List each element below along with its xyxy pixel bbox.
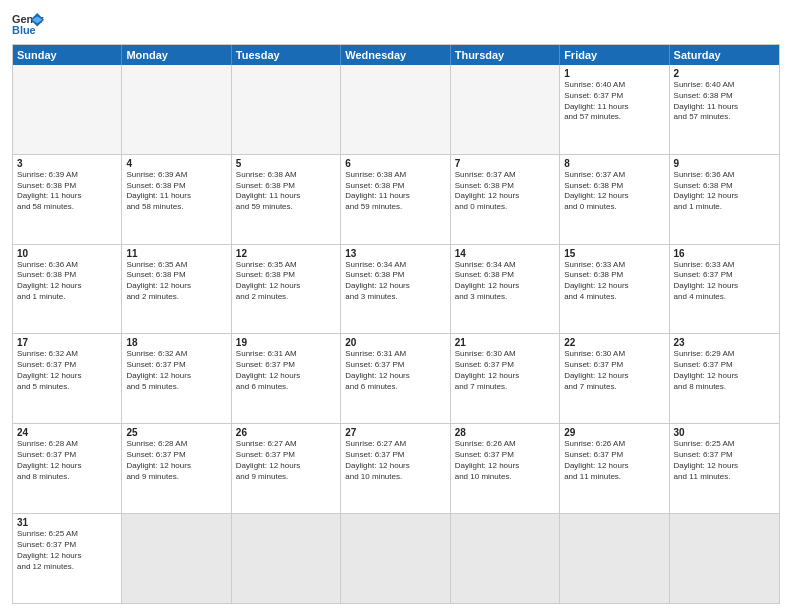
calendar-cell-r5c4 — [451, 514, 560, 603]
calendar-cell-r4c0: 24Sunrise: 6:28 AM Sunset: 6:37 PM Dayli… — [13, 424, 122, 513]
svg-text:Blue: Blue — [12, 24, 36, 36]
calendar-cell-r4c1: 25Sunrise: 6:28 AM Sunset: 6:37 PM Dayli… — [122, 424, 231, 513]
calendar-cell-r1c4: 7Sunrise: 6:37 AM Sunset: 6:38 PM Daylig… — [451, 155, 560, 244]
calendar-cell-r0c6: 2Sunrise: 6:40 AM Sunset: 6:38 PM Daylig… — [670, 65, 779, 154]
day-info: Sunrise: 6:29 AM Sunset: 6:37 PM Dayligh… — [674, 349, 775, 392]
day-number: 21 — [455, 337, 555, 348]
generalblue-logo-icon: General Blue — [12, 10, 44, 38]
calendar-cell-r5c5 — [560, 514, 669, 603]
calendar-cell-r2c0: 10Sunrise: 6:36 AM Sunset: 6:38 PM Dayli… — [13, 245, 122, 334]
day-number: 29 — [564, 427, 664, 438]
calendar-cell-r1c6: 9Sunrise: 6:36 AM Sunset: 6:38 PM Daylig… — [670, 155, 779, 244]
calendar-cell-r3c0: 17Sunrise: 6:32 AM Sunset: 6:37 PM Dayli… — [13, 334, 122, 423]
day-info: Sunrise: 6:35 AM Sunset: 6:38 PM Dayligh… — [126, 260, 226, 303]
day-number: 18 — [126, 337, 226, 348]
weekday-header-tuesday: Tuesday — [232, 45, 341, 65]
calendar-cell-r5c0: 31Sunrise: 6:25 AM Sunset: 6:37 PM Dayli… — [13, 514, 122, 603]
calendar-cell-r5c6 — [670, 514, 779, 603]
day-info: Sunrise: 6:39 AM Sunset: 6:38 PM Dayligh… — [17, 170, 117, 213]
day-number: 5 — [236, 158, 336, 169]
calendar-cell-r3c2: 19Sunrise: 6:31 AM Sunset: 6:37 PM Dayli… — [232, 334, 341, 423]
calendar-cell-r1c2: 5Sunrise: 6:38 AM Sunset: 6:38 PM Daylig… — [232, 155, 341, 244]
day-number: 22 — [564, 337, 664, 348]
calendar-cell-r5c1 — [122, 514, 231, 603]
calendar-header: SundayMondayTuesdayWednesdayThursdayFrid… — [13, 45, 779, 65]
calendar-cell-r2c6: 16Sunrise: 6:33 AM Sunset: 6:37 PM Dayli… — [670, 245, 779, 334]
day-number: 16 — [674, 248, 775, 259]
day-number: 25 — [126, 427, 226, 438]
day-number: 9 — [674, 158, 775, 169]
day-number: 15 — [564, 248, 664, 259]
day-number: 31 — [17, 517, 117, 528]
calendar-cell-r2c2: 12Sunrise: 6:35 AM Sunset: 6:38 PM Dayli… — [232, 245, 341, 334]
calendar-cell-r3c3: 20Sunrise: 6:31 AM Sunset: 6:37 PM Dayli… — [341, 334, 450, 423]
day-info: Sunrise: 6:32 AM Sunset: 6:37 PM Dayligh… — [126, 349, 226, 392]
calendar-cell-r0c0 — [13, 65, 122, 154]
calendar-cell-r2c5: 15Sunrise: 6:33 AM Sunset: 6:38 PM Dayli… — [560, 245, 669, 334]
logo: General Blue — [12, 10, 44, 38]
weekday-header-friday: Friday — [560, 45, 669, 65]
day-number: 14 — [455, 248, 555, 259]
day-number: 8 — [564, 158, 664, 169]
day-info: Sunrise: 6:26 AM Sunset: 6:37 PM Dayligh… — [455, 439, 555, 482]
calendar-cell-r4c6: 30Sunrise: 6:25 AM Sunset: 6:37 PM Dayli… — [670, 424, 779, 513]
day-number: 23 — [674, 337, 775, 348]
day-info: Sunrise: 6:27 AM Sunset: 6:37 PM Dayligh… — [345, 439, 445, 482]
day-info: Sunrise: 6:34 AM Sunset: 6:38 PM Dayligh… — [345, 260, 445, 303]
day-info: Sunrise: 6:31 AM Sunset: 6:37 PM Dayligh… — [236, 349, 336, 392]
weekday-header-thursday: Thursday — [451, 45, 560, 65]
calendar-cell-r2c3: 13Sunrise: 6:34 AM Sunset: 6:38 PM Dayli… — [341, 245, 450, 334]
calendar-cell-r4c2: 26Sunrise: 6:27 AM Sunset: 6:37 PM Dayli… — [232, 424, 341, 513]
calendar-cell-r0c3 — [341, 65, 450, 154]
day-number: 7 — [455, 158, 555, 169]
calendar-cell-r4c3: 27Sunrise: 6:27 AM Sunset: 6:37 PM Dayli… — [341, 424, 450, 513]
day-number: 24 — [17, 427, 117, 438]
calendar-row-4: 24Sunrise: 6:28 AM Sunset: 6:37 PM Dayli… — [13, 424, 779, 514]
day-info: Sunrise: 6:37 AM Sunset: 6:38 PM Dayligh… — [564, 170, 664, 213]
calendar-cell-r5c2 — [232, 514, 341, 603]
calendar-cell-r3c5: 22Sunrise: 6:30 AM Sunset: 6:37 PM Dayli… — [560, 334, 669, 423]
calendar-cell-r0c5: 1Sunrise: 6:40 AM Sunset: 6:37 PM Daylig… — [560, 65, 669, 154]
calendar-cell-r3c1: 18Sunrise: 6:32 AM Sunset: 6:37 PM Dayli… — [122, 334, 231, 423]
day-info: Sunrise: 6:30 AM Sunset: 6:37 PM Dayligh… — [455, 349, 555, 392]
calendar-cell-r1c0: 3Sunrise: 6:39 AM Sunset: 6:38 PM Daylig… — [13, 155, 122, 244]
calendar-row-2: 10Sunrise: 6:36 AM Sunset: 6:38 PM Dayli… — [13, 245, 779, 335]
day-info: Sunrise: 6:37 AM Sunset: 6:38 PM Dayligh… — [455, 170, 555, 213]
day-number: 1 — [564, 68, 664, 79]
day-info: Sunrise: 6:28 AM Sunset: 6:37 PM Dayligh… — [17, 439, 117, 482]
calendar-cell-r3c6: 23Sunrise: 6:29 AM Sunset: 6:37 PM Dayli… — [670, 334, 779, 423]
day-info: Sunrise: 6:27 AM Sunset: 6:37 PM Dayligh… — [236, 439, 336, 482]
day-info: Sunrise: 6:38 AM Sunset: 6:38 PM Dayligh… — [345, 170, 445, 213]
day-number: 12 — [236, 248, 336, 259]
day-info: Sunrise: 6:25 AM Sunset: 6:37 PM Dayligh… — [17, 529, 117, 572]
calendar-cell-r1c1: 4Sunrise: 6:39 AM Sunset: 6:38 PM Daylig… — [122, 155, 231, 244]
day-info: Sunrise: 6:33 AM Sunset: 6:37 PM Dayligh… — [674, 260, 775, 303]
calendar-cell-r3c4: 21Sunrise: 6:30 AM Sunset: 6:37 PM Dayli… — [451, 334, 560, 423]
day-info: Sunrise: 6:35 AM Sunset: 6:38 PM Dayligh… — [236, 260, 336, 303]
day-number: 3 — [17, 158, 117, 169]
calendar-row-5: 31Sunrise: 6:25 AM Sunset: 6:37 PM Dayli… — [13, 514, 779, 603]
day-number: 26 — [236, 427, 336, 438]
calendar-row-0: 1Sunrise: 6:40 AM Sunset: 6:37 PM Daylig… — [13, 65, 779, 155]
day-info: Sunrise: 6:30 AM Sunset: 6:37 PM Dayligh… — [564, 349, 664, 392]
day-info: Sunrise: 6:40 AM Sunset: 6:37 PM Dayligh… — [564, 80, 664, 123]
weekday-header-sunday: Sunday — [13, 45, 122, 65]
calendar: SundayMondayTuesdayWednesdayThursdayFrid… — [12, 44, 780, 604]
calendar-body: 1Sunrise: 6:40 AM Sunset: 6:37 PM Daylig… — [13, 65, 779, 603]
day-number: 10 — [17, 248, 117, 259]
calendar-cell-r0c2 — [232, 65, 341, 154]
day-number: 30 — [674, 427, 775, 438]
day-info: Sunrise: 6:26 AM Sunset: 6:37 PM Dayligh… — [564, 439, 664, 482]
day-info: Sunrise: 6:36 AM Sunset: 6:38 PM Dayligh… — [674, 170, 775, 213]
day-number: 6 — [345, 158, 445, 169]
weekday-header-saturday: Saturday — [670, 45, 779, 65]
day-info: Sunrise: 6:36 AM Sunset: 6:38 PM Dayligh… — [17, 260, 117, 303]
calendar-cell-r5c3 — [341, 514, 450, 603]
day-number: 17 — [17, 337, 117, 348]
day-info: Sunrise: 6:31 AM Sunset: 6:37 PM Dayligh… — [345, 349, 445, 392]
day-number: 11 — [126, 248, 226, 259]
header: General Blue — [12, 10, 780, 38]
calendar-cell-r0c4 — [451, 65, 560, 154]
day-number: 4 — [126, 158, 226, 169]
calendar-cell-r2c1: 11Sunrise: 6:35 AM Sunset: 6:38 PM Dayli… — [122, 245, 231, 334]
